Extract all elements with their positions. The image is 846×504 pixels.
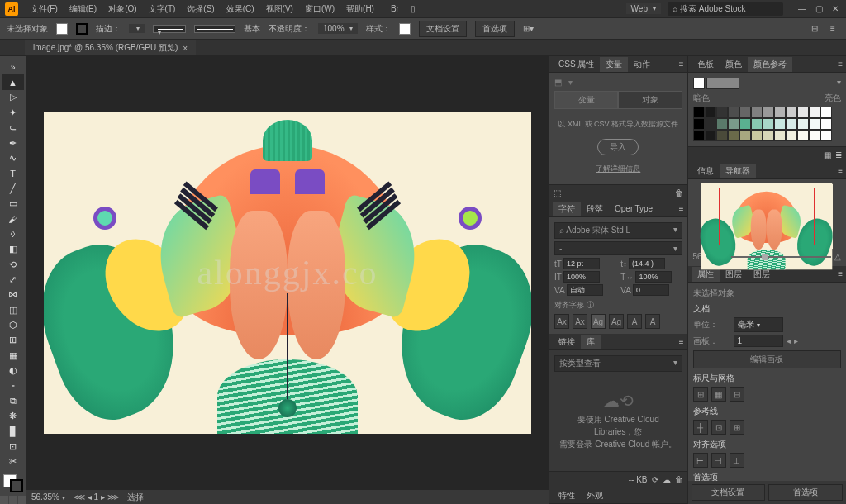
preferences-button[interactable]: 首选项 xyxy=(475,21,515,37)
opacity-input[interactable]: 100% xyxy=(318,23,358,34)
swatch-cell[interactable] xyxy=(797,130,809,141)
glyph-btn-3[interactable]: Ag xyxy=(591,314,606,329)
cloud-status-icon[interactable]: ☁ xyxy=(663,475,671,484)
stock-search[interactable]: ⌕搜索 Adobe Stock xyxy=(668,2,783,16)
kerning-input[interactable] xyxy=(567,284,603,296)
swatch-cell[interactable] xyxy=(751,130,763,141)
menu-select[interactable]: 选择(S) xyxy=(181,3,220,15)
leading-input[interactable] xyxy=(629,258,665,269)
swatch-cell[interactable] xyxy=(820,118,832,130)
menu-effect[interactable]: 效果(C) xyxy=(221,3,260,15)
swatch-cell[interactable] xyxy=(774,107,786,118)
menu-window[interactable]: 窗口(W) xyxy=(299,3,340,15)
stroke-swatch[interactable] xyxy=(76,23,88,35)
font-size-input[interactable] xyxy=(563,258,600,269)
char-panel-menu-icon[interactable]: ≡ xyxy=(676,204,687,213)
symbol-sprayer-tool[interactable]: ❋ xyxy=(2,409,24,424)
panel-menu-icon[interactable]: ≡ xyxy=(676,59,687,69)
swatch-grid[interactable] xyxy=(693,107,841,141)
font-family-dropdown[interactable]: ⌕ Adobe 宋体 Std L▾ xyxy=(554,222,682,239)
swatch-cell[interactable] xyxy=(716,130,728,141)
swatch-cell[interactable] xyxy=(774,130,786,141)
paintbrush-tool[interactable]: 🖌 xyxy=(2,212,24,226)
pen-tool[interactable]: ✒ xyxy=(2,136,24,150)
delete-icon[interactable]: 🗑 xyxy=(675,188,683,197)
swatch-cell[interactable] xyxy=(809,107,820,118)
mesh-tool[interactable]: ▦ xyxy=(2,348,24,363)
tab-paragraph[interactable]: 段落 xyxy=(581,202,609,216)
swatch-cell[interactable] xyxy=(728,107,739,118)
rotate-tool[interactable]: ⟲ xyxy=(2,257,24,272)
menu-help[interactable]: 帮助(H) xyxy=(340,3,380,15)
swatch-cell[interactable] xyxy=(739,130,751,141)
swatch-cell[interactable] xyxy=(763,107,774,118)
swatch-cell[interactable] xyxy=(728,130,739,141)
fill-swatch[interactable] xyxy=(56,23,68,35)
shaper-tool[interactable]: ◊ xyxy=(2,226,24,241)
swatch-cell[interactable] xyxy=(786,107,797,118)
props-panel-menu-icon[interactable]: ≡ xyxy=(834,269,846,278)
glyph-btn-5[interactable]: A xyxy=(627,314,642,329)
base-color-swatch[interactable] xyxy=(693,78,705,89)
swatch-cell[interactable] xyxy=(763,130,774,141)
ruler-icon-2[interactable]: ▦ xyxy=(711,387,726,402)
harmony-swatch[interactable] xyxy=(706,78,739,89)
menu-type[interactable]: 文字(T) xyxy=(143,3,182,15)
edit-artboards-button[interactable]: 编辑画板 xyxy=(693,350,841,368)
align-icon-3[interactable]: ⊥ xyxy=(730,453,744,468)
swatch-cell[interactable] xyxy=(751,118,763,130)
tab-attributes[interactable]: 特性 xyxy=(553,488,581,503)
tab-swatches[interactable]: 色板 xyxy=(692,57,720,72)
swatch-cell[interactable] xyxy=(705,130,716,141)
tab-navigator[interactable]: 导航器 xyxy=(720,164,756,178)
stroke-profile-dropdown[interactable] xyxy=(153,25,186,33)
swatch-cell[interactable] xyxy=(809,130,820,141)
artboard[interactable]: alonggjx.co xyxy=(44,112,531,434)
subtab-objects[interactable]: 对象 xyxy=(618,91,682,109)
stroke-weight-dropdown[interactable] xyxy=(129,24,145,33)
rectangle-tool[interactable]: ▭ xyxy=(2,196,24,211)
swatch-cell[interactable] xyxy=(716,118,728,130)
swatch-cell[interactable] xyxy=(797,118,809,130)
line-tool[interactable]: ╱ xyxy=(2,181,24,196)
glyph-btn-4[interactable]: Ag xyxy=(609,314,624,329)
tab-opentype[interactable]: OpenType xyxy=(609,202,658,215)
artboard-prev-icon[interactable]: ◂ xyxy=(787,336,791,345)
type-tool[interactable]: T xyxy=(2,166,24,181)
ruler-icon-1[interactable]: ⊞ xyxy=(693,387,708,402)
artboard-nav[interactable]: ⋘ ◂ 1 ▸ ⋙ xyxy=(74,492,119,502)
graphic-style-swatch[interactable] xyxy=(399,23,411,35)
align-icon-2[interactable]: ⊣ xyxy=(711,453,726,468)
swatch-cell[interactable] xyxy=(797,107,809,118)
swatch-cell[interactable] xyxy=(693,107,705,118)
menu-object[interactable]: 对象(O) xyxy=(102,3,142,15)
swatch-cell[interactable] xyxy=(693,118,705,130)
quick-prefs-button[interactable]: 首选项 xyxy=(768,484,843,501)
align-icon[interactable]: ⊞▾ xyxy=(523,24,534,33)
artboard-next-icon[interactable]: ▸ xyxy=(794,336,798,345)
window-minimize[interactable]: — xyxy=(796,3,808,15)
swatch-cell[interactable] xyxy=(820,130,832,141)
swatch-cell[interactable] xyxy=(820,107,832,118)
tab-close-icon[interactable]: × xyxy=(183,44,188,53)
swatch-cell[interactable] xyxy=(693,130,705,141)
vscale-input[interactable] xyxy=(563,271,600,283)
swatch-footer-icon-1[interactable]: ▦ xyxy=(824,150,831,159)
swatch-cell[interactable] xyxy=(728,118,739,130)
swatch-cell[interactable] xyxy=(705,118,716,130)
hscale-input[interactable] xyxy=(635,271,672,283)
tab-color[interactable]: 颜色 xyxy=(720,57,748,72)
color-panel-menu-icon[interactable]: ≡ xyxy=(834,59,846,69)
menu-edit[interactable]: 编辑(E) xyxy=(64,3,102,15)
window-close[interactable]: ✕ xyxy=(829,3,841,15)
import-button[interactable]: 导入 xyxy=(597,139,639,155)
menu-file[interactable]: 文件(F) xyxy=(25,3,64,15)
swatch-cell[interactable] xyxy=(763,118,774,130)
fill-stroke-swatches[interactable] xyxy=(3,474,23,492)
control-menu-icon[interactable]: ≡ xyxy=(826,22,839,36)
arrange-icon[interactable]: ▯ xyxy=(405,4,421,13)
sync-icon[interactable]: ⟳ xyxy=(652,475,658,484)
tab-css-properties[interactable]: CSS 属性 xyxy=(553,57,600,72)
blend-tool[interactable]: ⧉ xyxy=(2,393,24,408)
graph-tool[interactable]: ▊ xyxy=(2,424,24,439)
